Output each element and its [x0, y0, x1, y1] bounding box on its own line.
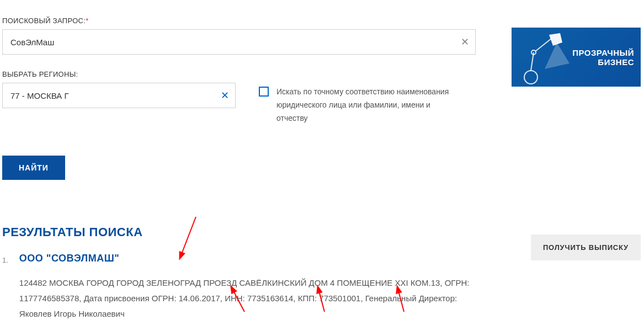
region-input-wrapper: ✕: [2, 83, 236, 108]
search-input-wrapper: ✕: [2, 29, 476, 55]
exact-match-checkbox[interactable]: [259, 87, 269, 97]
search-label: ПОИСКОВЫЙ ЗАПРОС:*: [2, 17, 644, 25]
result-item: 1. ООО "СОВЭЛМАШ" 124482 МОСКВА ГОРОД ГО…: [2, 253, 644, 320]
clear-search-icon[interactable]: ✕: [461, 37, 469, 47]
region-label: ВЫБРАТЬ РЕГИОНЫ:: [2, 70, 236, 78]
find-button[interactable]: НАЙТИ: [2, 156, 65, 180]
svg-line-3: [535, 39, 551, 51]
result-details: 124482 МОСКВА ГОРОД ГОРОД ЗЕЛЕНОГРАД ПРО…: [19, 275, 488, 320]
svg-line-1: [531, 52, 534, 71]
get-extract-button[interactable]: ПОЛУЧИТЬ ВЫПИСКУ: [531, 234, 641, 260]
checkbox-label: Искать по точному соответствию наименова…: [276, 86, 457, 125]
clear-region-icon[interactable]: ✕: [221, 90, 229, 100]
transparent-business-banner[interactable]: ПРОЗРАЧНЫЙ БИЗНЕС: [512, 28, 641, 87]
result-number: 1.: [2, 256, 8, 264]
search-input[interactable]: [2, 29, 476, 55]
banner-line2: БИЗНЕС: [572, 57, 634, 67]
svg-point-0: [524, 71, 537, 84]
banner-line1: ПРОЗРАЧНЫЙ: [572, 48, 634, 57]
lamp-icon: [517, 30, 578, 86]
region-input[interactable]: [2, 83, 236, 108]
